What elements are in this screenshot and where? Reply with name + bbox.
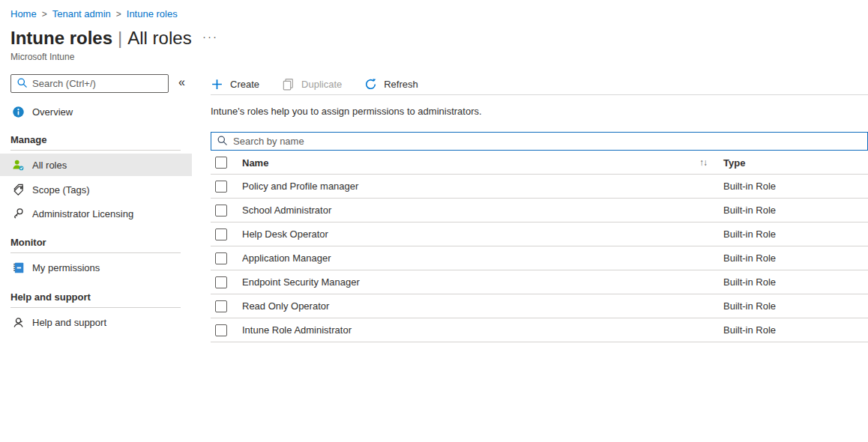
page-subtitle: Microsoft Intune bbox=[10, 52, 74, 62]
command-bar: Create Duplicate Refresh bbox=[211, 74, 441, 94]
role-name[interactable]: Intune Role Administrator bbox=[242, 324, 723, 336]
tags-icon bbox=[12, 184, 25, 196]
page-title-secondary: All roles bbox=[127, 28, 191, 48]
role-type: Built-in Role bbox=[723, 252, 868, 264]
more-options-button[interactable]: ··· bbox=[202, 30, 218, 43]
sidebar-section-help-and-support: Help and support bbox=[10, 291, 91, 303]
sidebar-collapse-button[interactable]: « bbox=[178, 76, 185, 89]
table-row[interactable]: Help Desk Operator Built-in Role bbox=[211, 222, 868, 246]
notebook-icon bbox=[12, 261, 25, 274]
role-type: Built-in Role bbox=[723, 300, 868, 312]
role-name[interactable]: Policy and Profile manager bbox=[242, 181, 723, 192]
sidebar-item-label: My permissions bbox=[32, 262, 100, 273]
divider bbox=[10, 150, 181, 151]
role-name[interactable]: School Administrator bbox=[242, 205, 723, 216]
search-icon bbox=[16, 77, 28, 91]
sidebar-item-administrator-licensing[interactable]: Administrator Licensing bbox=[0, 203, 192, 225]
sidebar-section-monitor: Monitor bbox=[10, 237, 46, 248]
name-column-header[interactable]: Name bbox=[242, 157, 699, 169]
key-icon bbox=[12, 208, 25, 220]
sidebar-item-label: Overview bbox=[32, 106, 73, 118]
role-name[interactable]: Read Only Operator bbox=[242, 300, 723, 312]
row-checkbox[interactable] bbox=[215, 300, 227, 312]
row-checkbox[interactable] bbox=[215, 324, 227, 336]
row-checkbox[interactable] bbox=[215, 252, 227, 264]
role-type: Built-in Role bbox=[723, 324, 868, 336]
sidebar-search bbox=[10, 74, 169, 93]
breadcrumb: Home>Tenant admin>Intune roles bbox=[10, 8, 178, 19]
sidebar-item-scope-tags[interactable]: Scope (Tags) bbox=[0, 179, 192, 201]
role-type: Built-in Role bbox=[723, 276, 868, 288]
search-icon bbox=[217, 135, 228, 148]
sidebar-item-label: All roles bbox=[32, 160, 67, 171]
sidebar-section-manage: Manage bbox=[10, 134, 46, 145]
sidebar-item-help-and-support[interactable]: Help and support bbox=[0, 312, 192, 333]
page-title: Intune roles|All roles bbox=[10, 28, 192, 49]
table-row[interactable]: Read Only Operator Built-in Role bbox=[211, 294, 868, 318]
row-checkbox[interactable] bbox=[215, 228, 227, 240]
duplicate-button[interactable]: Duplicate bbox=[282, 78, 342, 91]
plus-icon bbox=[211, 78, 223, 91]
search-by-name-input[interactable] bbox=[233, 136, 862, 147]
table-row[interactable]: Application Manager Built-in Role bbox=[211, 246, 868, 270]
breadcrumb-home[interactable]: Home bbox=[10, 8, 37, 19]
table-row[interactable]: School Administrator Built-in Role bbox=[211, 199, 868, 222]
sidebar-item-label: Administrator Licensing bbox=[32, 208, 133, 220]
info-icon bbox=[12, 106, 25, 118]
roles-filter-box bbox=[211, 132, 868, 151]
row-checkbox[interactable] bbox=[215, 181, 227, 193]
divider bbox=[10, 252, 181, 253]
sidebar-search-input[interactable] bbox=[32, 78, 163, 89]
table-row[interactable]: Intune Role Administrator Built-in Role bbox=[211, 318, 868, 342]
breadcrumb-separator: > bbox=[116, 9, 121, 19]
page-description: Intune's roles help you to assign permis… bbox=[211, 106, 482, 117]
select-all-checkbox[interactable] bbox=[215, 157, 227, 169]
table-row[interactable]: Policy and Profile manager Built-in Role bbox=[211, 175, 868, 199]
create-button-label: Create bbox=[230, 79, 259, 90]
row-checkbox[interactable] bbox=[215, 205, 227, 217]
sidebar-item-all-roles[interactable]: All roles bbox=[0, 154, 192, 176]
breadcrumb-separator: > bbox=[42, 9, 47, 19]
role-type: Built-in Role bbox=[723, 228, 868, 240]
sidebar-item-overview[interactable]: Overview bbox=[0, 101, 192, 123]
refresh-icon bbox=[364, 78, 377, 91]
breadcrumb-intune-roles[interactable]: Intune roles bbox=[127, 8, 178, 19]
table-row[interactable]: Endpoint Security Manager Built-in Role bbox=[211, 270, 868, 294]
headset-icon bbox=[12, 316, 25, 329]
role-name[interactable]: Endpoint Security Manager bbox=[242, 276, 723, 288]
sidebar-item-label: Help and support bbox=[32, 317, 106, 328]
copy-icon bbox=[282, 78, 295, 91]
roles-table: Name ↑↓ Type Policy and Profile manager … bbox=[211, 151, 868, 342]
type-column-header[interactable]: Type bbox=[723, 157, 868, 169]
sidebar-item-my-permissions[interactable]: My permissions bbox=[0, 257, 192, 279]
breadcrumb-tenant-admin[interactable]: Tenant admin bbox=[52, 8, 111, 19]
page-title-separator: | bbox=[118, 28, 122, 48]
duplicate-button-label: Duplicate bbox=[301, 79, 342, 90]
role-type: Built-in Role bbox=[723, 205, 868, 216]
divider bbox=[211, 94, 868, 95]
sort-icon[interactable]: ↑↓ bbox=[699, 157, 707, 168]
user-roles-icon bbox=[12, 159, 25, 172]
create-button[interactable]: Create bbox=[211, 78, 259, 91]
role-name[interactable]: Help Desk Operator bbox=[242, 228, 723, 240]
divider bbox=[10, 307, 181, 308]
row-checkbox[interactable] bbox=[215, 276, 227, 288]
sidebar-item-label: Scope (Tags) bbox=[32, 184, 90, 196]
refresh-button[interactable]: Refresh bbox=[364, 78, 418, 91]
refresh-button-label: Refresh bbox=[384, 79, 418, 90]
role-type: Built-in Role bbox=[723, 181, 868, 192]
role-name[interactable]: Application Manager bbox=[242, 252, 723, 264]
table-header-row: Name ↑↓ Type bbox=[211, 151, 868, 175]
page-title-primary: Intune roles bbox=[10, 28, 112, 48]
